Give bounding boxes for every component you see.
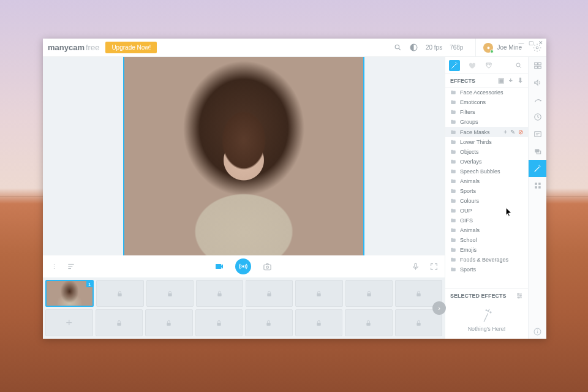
folder-icon [450, 188, 456, 194]
lock-icon [216, 290, 223, 297]
avatar: ● [483, 43, 493, 53]
effects-category[interactable]: Filters [445, 107, 528, 117]
side-draw-icon[interactable] [529, 91, 546, 108]
side-widgets-icon[interactable] [529, 177, 546, 194]
preset-slot-locked[interactable] [295, 280, 342, 307]
preset-slot-1[interactable]: 1 [45, 280, 94, 307]
effects-header-label: EFFECTS [450, 78, 475, 84]
effects-category[interactable]: Animals [445, 176, 528, 186]
side-time-icon[interactable] [529, 108, 546, 126]
folder-icon [450, 237, 456, 243]
effects-category[interactable]: Lower Thirds [445, 137, 528, 147]
effects-list[interactable]: Face AccessoriesEmoticonsFiltersGroupsFa… [445, 88, 528, 288]
effects-category[interactable]: Objects [445, 147, 528, 157]
logo-text-bold: manycam [48, 43, 85, 52]
window-controls: — ▢ ✕ [517, 39, 546, 48]
effects-category[interactable]: OUP [445, 206, 528, 216]
svg-line-28 [520, 66, 522, 68]
svg-point-26 [489, 64, 490, 65]
user-area[interactable]: ● Joe Mine [475, 39, 522, 56]
top-bar: manycam free Upgrade Now! 20 fps 768p ● … [43, 39, 546, 57]
effects-category[interactable]: Sports [445, 186, 528, 196]
side-text-icon[interactable] [529, 126, 546, 143]
svg-rect-16 [367, 293, 371, 296]
preview-frame[interactable] [123, 57, 364, 255]
window-close-button[interactable]: ✕ [537, 40, 545, 48]
effects-category[interactable]: Face Accessories [445, 88, 528, 97]
effects-category[interactable]: Emoticons [445, 97, 528, 107]
edit-icon[interactable]: ✎ [510, 129, 515, 135]
effects-category[interactable]: Foods & Beverages [445, 255, 528, 265]
fullscreen-icon[interactable] [429, 262, 439, 271]
preset-slot-locked[interactable] [245, 309, 293, 336]
camera-icon[interactable] [214, 262, 224, 271]
lock-icon [315, 290, 322, 297]
preset-slot-locked[interactable] [96, 280, 143, 307]
delete-icon[interactable]: ⊘ [518, 129, 523, 135]
side-overlay-icon[interactable] [529, 143, 546, 160]
mic-icon[interactable] [410, 262, 420, 271]
effects-header: EFFECTS ▣ + ⬇ [445, 74, 528, 88]
logo-text-light: free [86, 43, 99, 52]
window-maximize-button[interactable]: ▢ [527, 40, 535, 48]
preset-slot-locked[interactable] [96, 309, 143, 336]
effects-category-label: Groups [460, 119, 478, 125]
upgrade-button[interactable]: Upgrade Now! [105, 42, 157, 53]
download-icon[interactable]: ⬇ [518, 77, 523, 85]
preset-slot-locked[interactable] [295, 309, 343, 336]
svg-point-55 [537, 330, 538, 330]
svg-rect-39 [538, 62, 541, 65]
svg-rect-18 [117, 323, 121, 326]
svg-rect-51 [535, 186, 537, 189]
wand-tab-icon[interactable] [449, 60, 460, 71]
effects-category-label: GIFS [460, 217, 473, 224]
preset-slot-locked[interactable] [146, 280, 194, 307]
folder-icon [450, 99, 456, 105]
new-folder-icon[interactable]: ▣ [498, 77, 504, 85]
brightness-icon[interactable] [410, 43, 418, 52]
effects-category[interactable]: Groups [445, 117, 528, 127]
effects-category-label: Objects [460, 149, 479, 155]
sliders-icon[interactable] [516, 292, 523, 300]
add-icon[interactable]: + [503, 129, 507, 135]
preset-slot-locked[interactable] [345, 280, 393, 307]
effects-category[interactable]: Speech Bubbles [445, 167, 528, 176]
logo: manycam free [48, 43, 99, 52]
effects-category[interactable]: Colours [445, 196, 528, 206]
preset-slot-locked[interactable] [196, 280, 243, 307]
effects-category[interactable]: Overlays [445, 157, 528, 167]
menu-icon[interactable]: ⋮ [49, 262, 59, 271]
svg-point-42 [540, 100, 541, 101]
effects-category[interactable]: Sports [445, 265, 528, 274]
effects-category[interactable]: Animals [445, 225, 528, 235]
heart-tab-icon[interactable] [466, 60, 477, 71]
preset-slot-locked[interactable] [345, 309, 393, 336]
preset-slot-locked[interactable] [246, 280, 293, 307]
snapshot-icon[interactable] [262, 262, 272, 271]
side-audio-icon[interactable] [529, 74, 546, 91]
lock-icon [366, 290, 372, 297]
fps-label: 20 fps [426, 44, 442, 51]
effects-category[interactable]: Face Masks+✎⊘ [445, 127, 528, 137]
broadcast-button[interactable] [235, 258, 251, 274]
window-minimize-button[interactable]: — [517, 40, 526, 48]
side-presets-icon[interactable] [529, 57, 546, 74]
preset-slot-locked[interactable] [195, 309, 243, 336]
search-icon[interactable] [513, 60, 524, 71]
folder-icon [450, 119, 456, 125]
preset-slot-locked[interactable] [145, 309, 193, 336]
preset-next-button[interactable]: › [432, 301, 446, 315]
add-effect-icon[interactable]: + [509, 77, 513, 85]
info-icon[interactable] [529, 324, 546, 339]
svg-rect-23 [367, 323, 371, 326]
mask-tab-icon[interactable] [483, 60, 494, 71]
list-icon[interactable] [66, 262, 76, 271]
effects-category[interactable]: GIFS [445, 216, 528, 225]
preset-slot-add[interactable]: + [45, 309, 93, 336]
svg-point-35 [487, 310, 488, 311]
zoom-icon[interactable] [394, 43, 402, 52]
effects-category[interactable]: School [445, 235, 528, 245]
side-effects-icon[interactable] [529, 160, 546, 177]
effects-category-label: Overlays [460, 159, 482, 165]
effects-category[interactable]: Emojis [445, 245, 528, 255]
